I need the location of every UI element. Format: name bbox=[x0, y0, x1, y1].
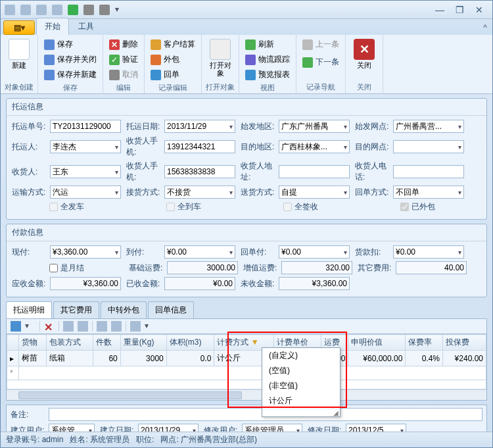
dest-net-label: 目的网点: bbox=[355, 141, 392, 153]
cash-input[interactable]: ¥3,360.00 bbox=[50, 245, 121, 259]
receiver-input[interactable]: 王东 bbox=[50, 165, 121, 178]
col-vol[interactable]: 体积(m3) bbox=[166, 335, 214, 351]
customer-settle-button[interactable]: 客户结算 bbox=[149, 37, 197, 51]
tab-tools[interactable]: 工具 bbox=[70, 18, 102, 35]
next-record-button[interactable]: 下一条 bbox=[300, 55, 341, 69]
qat-saveclose-icon[interactable] bbox=[36, 5, 47, 15]
new-button[interactable]: 新建 bbox=[5, 37, 34, 70]
col-pack[interactable]: 包装方式 bbox=[46, 335, 93, 351]
payment-panel-title: 付款信息 bbox=[7, 224, 486, 241]
receipt-mode-input[interactable]: 不回单 bbox=[393, 186, 464, 199]
open-object-button[interactable]: 打开对象 bbox=[206, 37, 235, 78]
shipping-panel: 托运信息 托运单号:TY20131129000 托运日期:2013/11/29 … bbox=[6, 98, 487, 220]
receipt-mode-label: 回单方式: bbox=[355, 187, 392, 198]
discount-label: 货款扣: bbox=[355, 247, 392, 258]
add-row-icon[interactable] bbox=[11, 321, 21, 332]
dest-region-input[interactable]: 广西桂林象... bbox=[279, 140, 350, 153]
remaining-label: 未收金额: bbox=[241, 278, 277, 289]
receiver-tel-input[interactable] bbox=[393, 165, 464, 178]
delete-row-icon[interactable]: ✕ bbox=[44, 321, 55, 332]
qat-more-icon[interactable]: ▾ bbox=[115, 5, 126, 15]
transport-input[interactable]: 汽运 bbox=[50, 186, 121, 199]
receipt-button[interactable]: 回单 bbox=[149, 68, 197, 82]
close-button[interactable]: ✕ bbox=[470, 4, 488, 16]
refresh-button[interactable]: 刷新 bbox=[243, 37, 292, 51]
ribbon-collapse-icon[interactable]: ^ bbox=[478, 20, 492, 35]
col-ins[interactable]: 投保费 bbox=[443, 335, 486, 351]
qat-save-icon[interactable] bbox=[20, 5, 31, 15]
save-button[interactable]: 保存 bbox=[42, 37, 99, 51]
save-new-button[interactable]: 保存并新建 bbox=[42, 68, 99, 82]
dd-item-null[interactable]: (空值) bbox=[262, 363, 340, 378]
dd-item-custom[interactable]: (自定义) bbox=[262, 348, 340, 363]
outsource-button[interactable]: 外包 bbox=[149, 53, 197, 66]
shipper-phone-input[interactable]: 13912344321 bbox=[164, 140, 235, 153]
close-record-button[interactable]: ✕关闭 bbox=[350, 37, 379, 70]
minimize-button[interactable]: — bbox=[431, 4, 449, 16]
receiver-addr-label: 收货人地址: bbox=[241, 161, 277, 183]
monthly-check[interactable]: 是月结 bbox=[49, 262, 86, 274]
dd-item-notnull[interactable]: (非空值) bbox=[262, 378, 340, 393]
save-close-button[interactable]: 保存并关闭 bbox=[42, 53, 99, 66]
col-decl[interactable]: 申明价值 bbox=[348, 335, 406, 351]
receiver-phone-label: 收货人手机: bbox=[126, 161, 163, 183]
table-row[interactable]: ▸ 树苗 纸箱 60 3000 0.0 计公斤 0.00 ¥60,000.00 … bbox=[7, 351, 486, 366]
app-menu-button[interactable]: ▤▾ bbox=[3, 20, 35, 35]
col-wt[interactable]: 重量(Kg) bbox=[120, 335, 166, 351]
col-rate[interactable]: 保费率 bbox=[406, 335, 443, 351]
dd-item-kg[interactable]: 计公斤 bbox=[262, 393, 340, 409]
detail-tabs: 托运明细 其它费用 中转外包 回单信息 ▾ ✕ ▾ 货物 bbox=[6, 301, 487, 401]
pickup-input[interactable]: 不接货 bbox=[164, 186, 235, 199]
verify-button[interactable]: ✓验证 bbox=[107, 53, 140, 66]
qat-refresh-icon[interactable] bbox=[68, 5, 78, 15]
receipt-pay-input[interactable]: ¥0.00 bbox=[279, 245, 350, 259]
report-button[interactable]: 预览报表 bbox=[243, 68, 292, 82]
discount-input[interactable]: ¥0.00 bbox=[393, 245, 464, 259]
delete-button[interactable]: ✕删除 bbox=[107, 37, 140, 51]
dest-net-input[interactable] bbox=[393, 140, 464, 153]
prev-record-button[interactable]: 上一条 bbox=[300, 37, 341, 51]
filter-icon[interactable]: ▼ bbox=[251, 337, 259, 347]
col-qty[interactable]: 件数 bbox=[93, 335, 121, 351]
from-region-input[interactable]: 广东广州番禺 bbox=[279, 120, 350, 133]
cod-input[interactable]: ¥0.00 bbox=[164, 245, 235, 259]
dd-resize-grip[interactable]: ◢ bbox=[262, 409, 340, 416]
received-value: ¥0.00 bbox=[164, 277, 235, 290]
tab-detail[interactable]: 托运明细 bbox=[6, 301, 52, 318]
horizontal-scrollbar[interactable] bbox=[7, 389, 486, 400]
other-fee-value: 40.00 bbox=[396, 261, 467, 274]
grid-tool-icon[interactable] bbox=[78, 321, 88, 332]
all-arrived-check: 全到车 bbox=[166, 201, 203, 212]
qat-prev-icon[interactable] bbox=[83, 5, 94, 15]
receiver-addr-input[interactable] bbox=[279, 165, 350, 178]
grid-tool-icon[interactable] bbox=[97, 321, 107, 332]
from-net-input[interactable]: 广州番禺营... bbox=[393, 120, 464, 133]
qat-next-icon[interactable] bbox=[99, 5, 110, 15]
add-fee-label: 增值运费: bbox=[243, 262, 280, 274]
maximize-button[interactable]: ❐ bbox=[450, 4, 469, 16]
grid-toolbar: ▾ ✕ ▾ bbox=[6, 319, 487, 334]
status-net: 网点: 广州番禺营业部(总部) bbox=[160, 434, 257, 445]
cancel-button[interactable]: 取消 bbox=[107, 68, 140, 82]
group-save-label: 保存 bbox=[42, 82, 99, 93]
ship-date-input[interactable]: 2013/11/29 bbox=[164, 120, 235, 133]
grid-tool-icon[interactable] bbox=[63, 321, 74, 332]
grid-tool-icon[interactable] bbox=[130, 321, 141, 332]
ship-no-input[interactable]: TY20131129000 bbox=[50, 120, 121, 133]
tab-transit[interactable]: 中转外包 bbox=[101, 301, 147, 318]
titlebar: ▾ — ❐ ✕ bbox=[1, 1, 492, 19]
all-signed-check: 全签收 bbox=[283, 201, 320, 212]
col-goods[interactable]: 货物 bbox=[19, 335, 47, 351]
from-region-label: 始发地区: bbox=[241, 121, 277, 132]
qat-undo-icon[interactable] bbox=[52, 5, 62, 15]
grid-tool-icon[interactable] bbox=[111, 321, 122, 332]
trace-button[interactable]: 物流跟踪 bbox=[243, 53, 292, 66]
receiver-phone-input[interactable]: 15638383838 bbox=[164, 165, 235, 178]
tab-other-fee[interactable]: 其它费用 bbox=[53, 301, 99, 318]
qat-icon[interactable] bbox=[5, 5, 15, 15]
shipper-input[interactable]: 李连杰 bbox=[50, 140, 121, 153]
delivery-input[interactable]: 自提 bbox=[279, 186, 350, 199]
tab-start[interactable]: 开始 bbox=[36, 18, 69, 35]
tab-receipt-info[interactable]: 回单信息 bbox=[148, 301, 194, 318]
new-row[interactable]: * bbox=[7, 366, 486, 380]
